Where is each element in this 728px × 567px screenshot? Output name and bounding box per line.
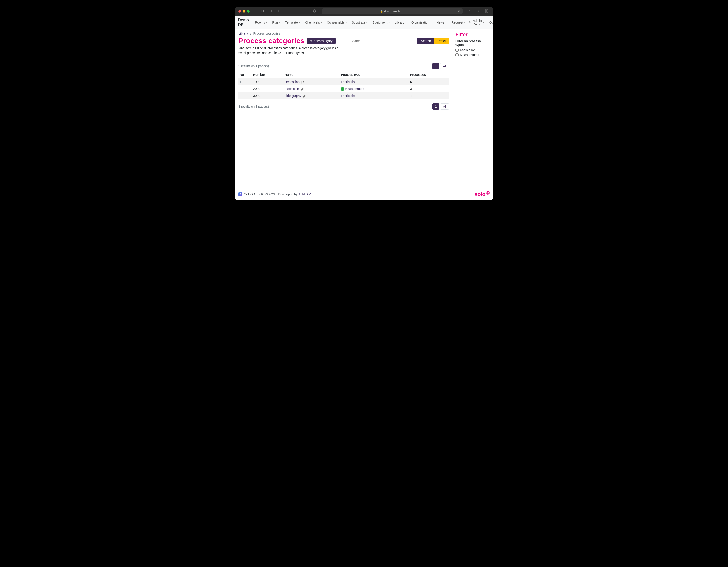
new-category-button[interactable]: ✚ new category	[307, 38, 336, 44]
browser-titlebar: ⌄ 🔒 demo.solodb.net ⟳ +	[235, 7, 493, 16]
page-all-button[interactable]: All	[440, 63, 449, 69]
back-button[interactable]	[269, 9, 274, 13]
footer-version: SoloDB 5.7.6	[244, 192, 263, 196]
badge-icon	[341, 87, 344, 91]
nav-operator[interactable]: Operator	[488, 19, 493, 26]
type-link[interactable]: Measurement	[345, 87, 364, 91]
nav-rooms[interactable]: Rooms▼	[253, 19, 269, 26]
cell-name: Inspection	[283, 85, 340, 92]
category-link[interactable]: Lithography	[285, 94, 301, 98]
page-1-button[interactable]: 1	[432, 63, 439, 69]
cell-number: 1000	[252, 78, 283, 85]
edit-icon[interactable]	[301, 80, 304, 84]
table-row: 22000Inspection Measurement3	[238, 85, 449, 92]
reset-button[interactable]: Reset	[434, 38, 449, 44]
cell-type: Measurement	[340, 85, 409, 92]
nav-news[interactable]: News▼	[435, 19, 449, 26]
cell-number: 2000	[252, 85, 283, 92]
cell-no: 3	[238, 92, 252, 99]
pagination-bottom: 1 All	[432, 103, 449, 110]
nav-consumable[interactable]: Consumable▼	[325, 19, 349, 26]
footer-logo-icon: J	[238, 192, 242, 196]
col-no[interactable]: No	[238, 71, 252, 78]
filter-fabrication[interactable]: Fabrication	[455, 48, 490, 52]
table-row: 33000Lithography Fabrication4	[238, 92, 449, 99]
brand[interactable]: Demo DB	[238, 18, 249, 27]
footer-dev-link[interactable]: Jield B.V.	[298, 192, 311, 196]
nav-template[interactable]: Template▼	[283, 19, 302, 26]
edit-icon[interactable]	[303, 94, 306, 98]
search-input[interactable]	[348, 38, 417, 44]
url-text: demo.solodb.net	[384, 10, 404, 13]
breadcrumb-library[interactable]: Library	[238, 32, 248, 35]
share-icon[interactable]	[467, 9, 473, 13]
reload-button[interactable]: ⟳	[458, 10, 460, 13]
results-count: 3 results on 1 page(s)	[238, 64, 269, 68]
footer-dev-prefix: Developed by	[278, 192, 297, 196]
cell-processes: 6	[409, 78, 449, 85]
lock-icon: 🔒	[380, 10, 383, 13]
shield-icon[interactable]	[312, 9, 317, 13]
col-type[interactable]: Process type	[340, 71, 409, 78]
nav-run[interactable]: Run▼	[270, 19, 282, 26]
cell-number: 3000	[252, 92, 283, 99]
cell-no: 1	[238, 78, 252, 85]
filter-subtitle: Filter on process types	[455, 39, 490, 47]
cell-name: Deposition	[283, 78, 340, 85]
cell-name: Lithography	[283, 92, 340, 99]
page-all-button-bottom[interactable]: All	[440, 103, 449, 110]
cell-type: Fabrication	[340, 78, 409, 85]
cell-processes: 3	[409, 85, 449, 92]
nav-organisation[interactable]: Organisation▼	[410, 19, 434, 26]
new-tab-icon[interactable]: +	[476, 9, 481, 13]
col-processes[interactable]: Processes	[409, 71, 449, 78]
user-icon	[468, 21, 471, 24]
cell-no: 2	[238, 85, 252, 92]
sidebar-toggle-icon[interactable]: ⌄	[259, 9, 268, 13]
svg-rect-3	[487, 10, 488, 11]
filter-measurement-checkbox[interactable]	[455, 53, 459, 56]
plus-icon: ✚	[310, 39, 313, 43]
page-title: Process categories	[238, 37, 304, 45]
maximize-window-button[interactable]	[247, 10, 250, 13]
cell-type: Fabrication	[340, 92, 409, 99]
footer-copyright: © 2022	[265, 192, 275, 196]
nav-request[interactable]: Request▼	[450, 19, 468, 26]
forward-button[interactable]	[276, 9, 281, 13]
nav-chemicals[interactable]: Chemicals▼	[303, 19, 324, 26]
page-1-button-bottom[interactable]: 1	[432, 103, 439, 110]
filter-measurement[interactable]: Measurement	[455, 53, 490, 57]
nav-user-menu[interactable]: Admin Demo▼	[468, 18, 485, 27]
type-link[interactable]: Fabrication	[341, 80, 356, 84]
svg-rect-0	[260, 10, 264, 12]
edit-icon[interactable]	[301, 87, 304, 91]
filter-fabrication-checkbox[interactable]	[455, 49, 459, 52]
svg-point-6	[469, 21, 470, 22]
cell-processes: 4	[409, 92, 449, 99]
nav-library[interactable]: Library▼	[393, 19, 409, 26]
filter-title: Filter	[455, 32, 490, 38]
nav-substrate[interactable]: Substrate▼	[350, 19, 370, 26]
address-bar[interactable]: 🔒 demo.solodb.net ⟳	[322, 8, 463, 14]
col-number[interactable]: Number	[252, 71, 283, 78]
solo-logo: solodb	[475, 191, 490, 197]
type-link[interactable]: Fabrication	[341, 94, 356, 98]
category-link[interactable]: Deposition	[285, 80, 300, 84]
categories-table: No Number Name Process type Processes 11…	[238, 71, 449, 99]
pagination-top: 1 All	[432, 63, 449, 69]
results-count-bottom: 3 results on 1 page(s)	[238, 105, 269, 108]
close-window-button[interactable]	[238, 10, 241, 13]
svg-rect-5	[487, 11, 488, 12]
breadcrumb-current: Process categories	[253, 32, 280, 35]
table-row: 11000Deposition Fabrication6	[238, 78, 449, 85]
footer: J SoloDB 5.7.6 · © 2022 · Developed by J…	[235, 188, 493, 200]
minimize-window-button[interactable]	[243, 10, 245, 13]
category-link[interactable]: Inspection	[285, 87, 299, 91]
page-subtitle: Find here a list of all processes catego…	[238, 46, 340, 55]
svg-rect-4	[485, 11, 486, 12]
tabs-overview-icon[interactable]	[484, 9, 490, 13]
svg-rect-2	[485, 10, 486, 11]
col-name[interactable]: Name	[283, 71, 340, 78]
nav-equipment[interactable]: Equipment▼	[371, 19, 392, 26]
search-button[interactable]: Search	[417, 38, 434, 44]
